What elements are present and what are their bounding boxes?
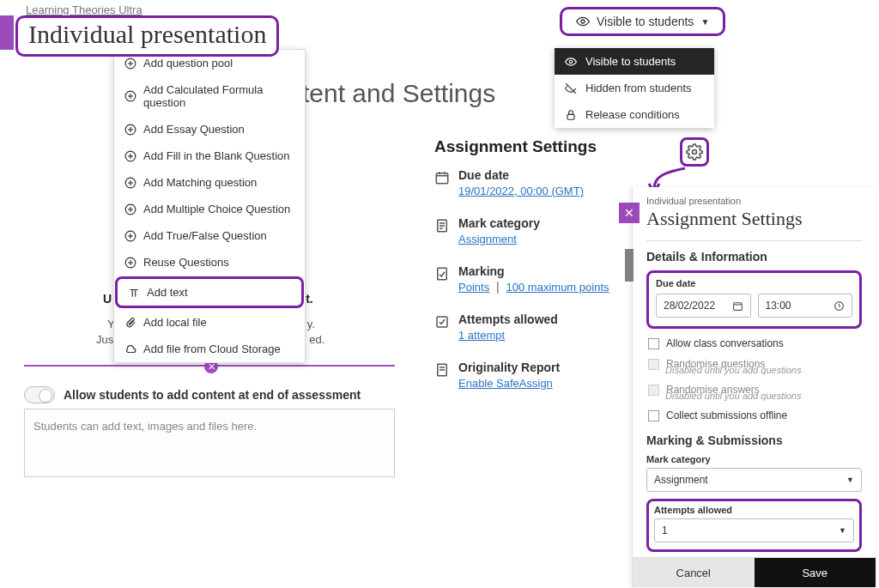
menu-add-cloud-file[interactable]: Add file from Cloud Storage — [114, 336, 305, 362]
option-label: Visible to students — [585, 55, 676, 68]
cancel-button[interactable]: Cancel — [633, 558, 755, 587]
menu-label: Add Essay Question — [143, 123, 245, 136]
toggle-switch[interactable] — [24, 386, 55, 403]
section-marking-heading: Marking & Submissions — [646, 433, 862, 447]
menu-add-calculated[interactable]: Add Calculated Formula question — [114, 76, 305, 116]
label: Due date — [458, 168, 584, 182]
mark-category-select[interactable]: Assignment ▼ — [646, 468, 862, 492]
attempts-group: Attempts allowed 1 ▼ — [646, 499, 862, 552]
text-icon — [128, 287, 140, 299]
setting-attempts: Attempts allowed 1 attempt — [434, 312, 632, 342]
svg-rect-28 — [436, 173, 448, 184]
plus-circle-icon — [124, 257, 136, 269]
option-label: Release conditions — [585, 108, 680, 121]
close-panel-button[interactable]: ✕ — [619, 203, 640, 223]
menu-add-multiple-choice[interactable]: Add Multiple Choice Question — [114, 196, 305, 222]
checkbox[interactable] — [648, 410, 659, 421]
label: Originality Report — [458, 361, 560, 374]
menu-label: Reuse Questions — [143, 256, 229, 269]
menu-add-true-false[interactable]: Add True/False Question — [114, 222, 305, 249]
option-label: Hidden from students — [585, 82, 692, 94]
menu-add-essay[interactable]: Add Essay Question — [114, 116, 305, 142]
save-button[interactable]: Save — [755, 558, 876, 587]
content-heading-fragment: tent and Settings — [302, 79, 495, 108]
attempts-link[interactable]: 1 attempt — [458, 329, 505, 342]
visibility-dropdown[interactable]: Visible to students ▼ — [560, 7, 725, 36]
setting-marking: Marking Points | 100 maximum points — [434, 264, 632, 294]
due-date-group: Due date 28/02/2022 13:00 — [646, 270, 862, 329]
grade-icon — [434, 266, 450, 282]
marking-points-link[interactable]: Points — [458, 281, 489, 294]
option-collect-offline[interactable]: Collect submissions offline — [648, 409, 862, 421]
due-date-value: 28/02/2022 — [664, 300, 715, 312]
calendar-icon — [434, 170, 450, 185]
due-date-link[interactable]: 19/01/2022, 00:00 (GMT) — [458, 185, 584, 197]
caret-down-icon: ▼ — [846, 476, 854, 484]
due-date-input[interactable]: 28/02/2022 — [656, 294, 751, 318]
marking-max-link[interactable]: 100 maximum points — [506, 281, 609, 294]
select-value: Assignment — [654, 474, 708, 486]
option-disabled-note: Disabled until you add questions — [665, 391, 862, 401]
checkbox[interactable] — [648, 338, 659, 349]
cloud-icon — [124, 343, 136, 355]
svg-rect-42 — [733, 302, 742, 310]
label: Mark category — [458, 216, 540, 230]
assignment-settings-summary: Assignment Settings Due date 19/01/2022,… — [434, 137, 632, 409]
attempts-select[interactable]: 1 ▼ — [654, 518, 854, 543]
setting-mark-category: Mark category Assignment — [434, 216, 632, 246]
assignment-settings-panel: ✕ Individual presentation Assignment Set… — [632, 187, 876, 587]
settings-heading: Assignment Settings — [434, 137, 632, 156]
menu-label: Add Multiple Choice Question — [143, 203, 290, 215]
menu-label: Add True/False Question — [143, 229, 267, 242]
toggle-allow-add-content[interactable]: Allow students to add content at end of … — [24, 386, 361, 403]
visibility-label: Visible to students — [597, 15, 694, 28]
plus-circle-icon — [124, 58, 136, 70]
toggle-label: Allow students to add content at end of … — [64, 388, 361, 402]
plus-circle-icon — [124, 124, 136, 136]
plus-circle-icon — [124, 230, 136, 242]
student-content-area[interactable]: Students can add text, images and files … — [24, 409, 395, 477]
visibility-option-release[interactable]: Release conditions — [555, 101, 714, 128]
menu-label: Add file from Cloud Storage — [143, 342, 281, 355]
menu-add-matching[interactable]: Add Matching question — [114, 169, 305, 196]
safeassign-link[interactable]: Enable SafeAssign — [458, 377, 553, 390]
add-content-menu: Add question pool Add Calculated Formula… — [113, 49, 306, 363]
menu-add-local-file[interactable]: Add local file — [114, 309, 305, 336]
option-disabled-note: Disabled until you add questions — [665, 365, 862, 375]
gear-icon — [686, 143, 703, 161]
section-details-heading: Details & Information — [646, 250, 862, 264]
caret-down-icon: ▼ — [700, 17, 709, 27]
label: Marking — [458, 264, 609, 278]
checkbox-disabled — [648, 385, 659, 396]
visibility-option-hidden[interactable]: Hidden from students — [555, 75, 714, 101]
svg-point-1 — [569, 60, 573, 64]
left-purple-tab — [0, 15, 14, 50]
menu-label: Add local file — [143, 316, 207, 329]
eye-icon — [576, 15, 590, 28]
menu-label: Add Fill in the Blank Question — [143, 149, 290, 162]
menu-add-text[interactable]: Add text — [115, 276, 304, 308]
option-label: Collect submissions offline — [666, 409, 787, 421]
breadcrumb[interactable]: Learning Theories Ultra — [26, 3, 142, 16]
mark-category-link[interactable]: Assignment — [458, 233, 517, 246]
page-title: Individual presentation — [15, 15, 279, 57]
menu-reuse-questions[interactable]: Reuse Questions — [114, 249, 305, 276]
due-date-label: Due date — [656, 278, 852, 288]
visibility-option-visible[interactable]: Visible to students — [555, 48, 714, 75]
due-time-input[interactable]: 13:00 — [758, 294, 853, 318]
background-stripe — [625, 249, 633, 282]
report-icon — [434, 362, 450, 378]
checkbox-disabled — [648, 359, 659, 370]
clock-icon — [834, 300, 845, 312]
menu-label: Add Calculated Formula question — [143, 83, 294, 109]
svg-rect-36 — [438, 268, 447, 280]
due-time-value: 13:00 — [766, 300, 791, 312]
plus-circle-icon — [124, 150, 136, 162]
settings-gear-button[interactable] — [680, 137, 709, 167]
svg-rect-3 — [567, 114, 574, 119]
menu-add-fill-blank[interactable]: Add Fill in the Blank Question — [114, 142, 305, 169]
menu-label: Add question pool — [143, 57, 233, 70]
setting-originality: Originality Report Enable SafeAssign — [434, 361, 632, 390]
option-allow-conversations[interactable]: Allow class conversations — [648, 337, 862, 349]
attempts-label: Attempts allowed — [654, 505, 854, 515]
